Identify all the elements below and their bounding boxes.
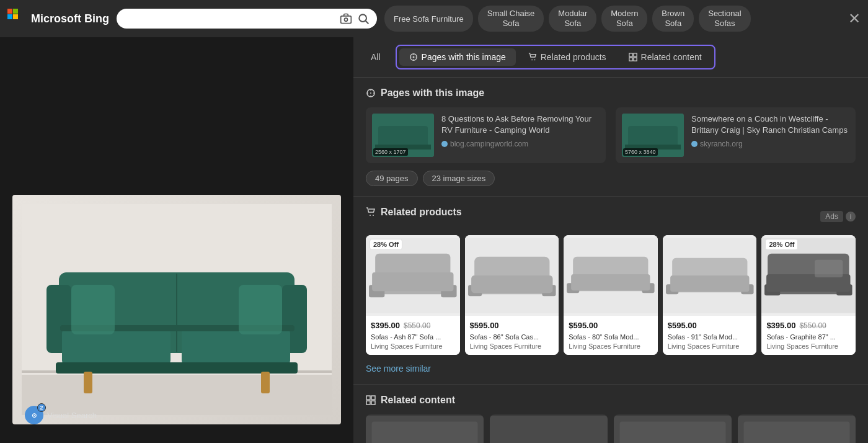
main-content: ⊙ 2 Visual Search All: [0, 37, 868, 443]
product-details-3: $595.00 Sofas - 91" Sofa Mod... Living S…: [663, 316, 757, 355]
svg-rect-2: [7, 14, 12, 19]
ads-info-button[interactable]: i: [846, 212, 856, 222]
chip-modular[interactable]: Modular Sofa: [549, 6, 596, 31]
pages-section: Pages with this image 2560 x 1707 8 Que: [353, 78, 868, 197]
tab-products-label: Related products: [541, 52, 606, 62]
products-section-title: Related products: [366, 207, 462, 218]
page-card-1[interactable]: 5760 x 3840 Somewhere on a Couch in West…: [616, 107, 856, 163]
svg-rect-81: [490, 416, 608, 443]
content-card-1[interactable]: Related searches: [490, 414, 608, 443]
svg-rect-4: [341, 16, 352, 24]
svg-rect-76: [371, 396, 375, 400]
visual-search-label: Visual Search: [47, 411, 97, 420]
tag-sizes[interactable]: 23 image sizes: [423, 171, 495, 186]
product-name-2: Sofas - 80" Sofa Mod...: [569, 333, 653, 341]
products-grid: 28% Off $395.00 $550.00: [366, 235, 856, 355]
camera-search-button[interactable]: [340, 12, 352, 25]
domain-dot-1: [691, 141, 698, 147]
svg-rect-20: [261, 372, 270, 393]
pages-section-icon: [366, 88, 376, 98]
svg-rect-53: [372, 272, 453, 291]
product-price-0: $395.00: [371, 321, 400, 330]
content-section-icon: [366, 395, 376, 405]
page-card-0[interactable]: 2560 x 1707 8 Questions to Ask Before Re…: [366, 107, 606, 163]
page-domain-1: skyranch.org: [691, 140, 849, 148]
chip-sectional[interactable]: Sectional Sofas: [699, 6, 750, 31]
svg-point-29: [531, 60, 533, 61]
product-price-row-1: $595.00: [470, 321, 554, 330]
svg-rect-33: [629, 58, 632, 61]
close-button[interactable]: ✕: [848, 10, 861, 27]
svg-point-47: [370, 215, 371, 216]
product-card-0[interactable]: 28% Off $395.00 $550.00: [366, 235, 460, 355]
chip-tags: Free Sofa Furniture Small Chaise Sofa Mo…: [384, 6, 836, 31]
product-card-3[interactable]: $595.00 Sofas - 91" Sofa Mod... Living S…: [663, 235, 757, 355]
product-price-row-3: $595.00: [668, 321, 752, 330]
product-price-row-0: $395.00 $550.00: [371, 321, 455, 330]
page-title-0: 8 Questions to Ask Before Removing Your …: [441, 114, 600, 136]
product-name-4: Sofas - Graphite 87" ...: [766, 333, 851, 341]
svg-rect-78: [371, 401, 375, 405]
search-input[interactable]: [124, 14, 335, 24]
page-thumb-0: 2560 x 1707: [372, 114, 434, 157]
product-name-0: Sofas - Ash 87" Sofa ...: [371, 333, 455, 341]
product-name-1: Sofas - 86" Sofa Cas...: [470, 333, 554, 341]
product-img-2: [564, 235, 658, 316]
svg-point-24: [413, 56, 414, 58]
visual-search-badge[interactable]: ⊙ 2 Visual Search: [25, 406, 97, 424]
content-card-0[interactable]: [366, 414, 484, 443]
svg-rect-21: [71, 285, 115, 334]
product-details-1: $595.00 Sofas - 86" Sofa Cas... Living S…: [465, 316, 559, 355]
svg-point-30: [534, 60, 535, 61]
cart-icon: [528, 53, 537, 61]
pages-grid: 2560 x 1707 8 Questions to Ask Before Re…: [366, 107, 856, 163]
product-badge-0: 28% Off: [370, 239, 402, 250]
product-price-row-2: $595.00: [569, 321, 653, 330]
chip-modern[interactable]: Modern Sofa: [601, 6, 647, 31]
content-card-3[interactable]: [738, 414, 856, 443]
product-details-0: $395.00 $550.00 Sofas - Ash 87" Sofa ...…: [366, 316, 460, 355]
page-domain-0: blog.campingworld.com: [441, 140, 600, 148]
product-store-1: Living Spaces Furniture: [470, 342, 554, 350]
chip-free-sofa[interactable]: Free Sofa Furniture: [384, 6, 473, 31]
chip-brown[interactable]: Brown Sofa: [652, 6, 694, 31]
svg-line-7: [366, 21, 369, 24]
right-panel[interactable]: All Pages with this image: [353, 37, 868, 443]
chip-small-chaise[interactable]: Small Chaise Sofa: [478, 6, 544, 31]
content-grid: Related searches: [366, 414, 856, 443]
page-thumb-dim-0: 2560 x 1707: [373, 148, 408, 156]
svg-rect-42: [378, 126, 428, 148]
product-card-1[interactable]: $595.00 Sofas - 86" Sofa Cas... Living S…: [465, 235, 559, 355]
product-price-1: $595.00: [470, 321, 499, 330]
product-orig-price-0: $550.00: [404, 321, 430, 330]
svg-rect-3: [13, 14, 18, 19]
search-button[interactable]: [357, 12, 370, 25]
tag-pages[interactable]: 49 pages: [366, 171, 418, 186]
grid-icon: [629, 53, 637, 61]
tab-bar: All Pages with this image: [353, 37, 868, 78]
svg-rect-0: [7, 9, 12, 14]
tab-products[interactable]: Related products: [518, 48, 616, 66]
tab-pages[interactable]: Pages with this image: [399, 48, 516, 66]
search-bar[interactable]: [117, 9, 377, 29]
image-tags: 49 pages 23 image sizes: [366, 171, 856, 186]
product-store-0: Living Spaces Furniture: [371, 342, 455, 350]
tab-content[interactable]: Related content: [619, 48, 712, 66]
content-card-2[interactable]: [614, 414, 732, 443]
bing-logo-icon: [7, 9, 27, 29]
svg-rect-74: [815, 260, 843, 277]
visual-search-count: 2: [37, 403, 46, 412]
tab-all[interactable]: All: [363, 48, 388, 66]
see-more-link[interactable]: See more similar: [366, 364, 431, 374]
svg-rect-1: [13, 9, 18, 14]
product-details-2: $595.00 Sofas - 80" Sofa Mod... Living S…: [564, 316, 658, 355]
product-name-3: Sofas - 91" Sofa Mod...: [668, 333, 752, 341]
product-card-4[interactable]: 28% Off $395.00 $550.: [761, 235, 856, 355]
product-store-3: Living Spaces Furniture: [668, 342, 752, 350]
product-card-2[interactable]: $595.00 Sofas - 80" Sofa Mod... Living S…: [564, 235, 658, 355]
products-section-title-text: Related products: [381, 207, 462, 218]
product-details-4: $395.00 $550.00 Sofas - Graphite 87" ...…: [761, 316, 856, 355]
svg-rect-45: [628, 126, 678, 148]
product-img-0: 28% Off: [366, 235, 460, 316]
tab-content-label: Related content: [641, 52, 702, 62]
